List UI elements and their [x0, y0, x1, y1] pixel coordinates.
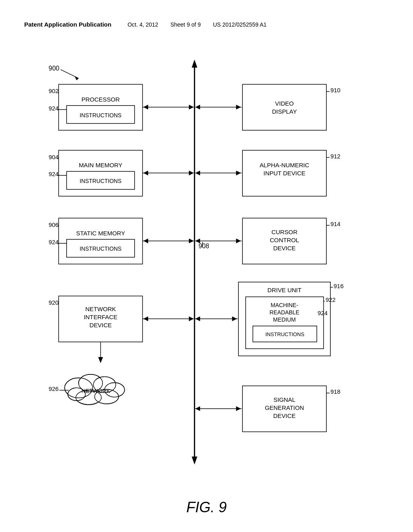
signal-generation-label2: GENERATION — [265, 405, 304, 411]
page-header: Patent Application Publication Oct. 4, 2… — [0, 21, 413, 28]
svg-marker-73 — [232, 316, 237, 321]
svg-marker-33 — [98, 357, 103, 363]
network-label: NETWORK — [81, 388, 111, 394]
label-924c: 924 — [49, 239, 59, 245]
label-912: 912 — [330, 153, 340, 160]
label-904: 904 — [49, 154, 59, 160]
label-918: 918 — [330, 389, 340, 395]
label-924d: 924 — [317, 310, 327, 316]
drive-unit-label: DRIVE UNIT — [267, 287, 301, 293]
svg-marker-59 — [236, 170, 241, 175]
label-916: 916 — [334, 283, 344, 289]
sheet-label: Sheet 9 of 9 — [170, 21, 201, 28]
svg-marker-63 — [195, 239, 200, 243]
machine-readable-label: MACHINE- — [271, 302, 298, 308]
cursor-control-label3: DEVICE — [273, 245, 296, 251]
label-910: 910 — [330, 87, 340, 94]
alpha-numeric-label2: INPUT DEVICE — [263, 170, 305, 177]
svg-marker-30 — [189, 316, 194, 321]
svg-marker-18 — [189, 170, 194, 175]
svg-marker-78 — [236, 406, 241, 411]
signal-generation-label3: DEVICE — [273, 413, 296, 419]
label-922: 922 — [325, 297, 336, 303]
svg-marker-54 — [236, 105, 241, 110]
svg-marker-64 — [236, 239, 241, 243]
svg-marker-72 — [195, 316, 200, 321]
static-memory-label: STATIC MEMORY — [76, 230, 125, 237]
svg-marker-26 — [143, 239, 148, 243]
svg-rect-50 — [242, 84, 326, 130]
drive-instructions-label: INSTRUCTIONS — [265, 331, 305, 337]
cursor-control-label: CURSOR — [271, 229, 298, 235]
svg-marker-11 — [189, 105, 194, 110]
svg-marker-53 — [195, 105, 200, 110]
main-memory-instructions-label: INSTRUCTIONS — [79, 178, 121, 184]
diagram-area: 900 908 PROCESSOR INSTRUCTIONS 902 924 — [24, 52, 389, 492]
label-920: 920 — [49, 299, 59, 306]
alpha-numeric-label: ALPHA-NUMERIC — [260, 162, 309, 168]
label-902: 902 — [49, 88, 59, 94]
svg-marker-12 — [143, 105, 148, 110]
label-926: 926 — [49, 386, 59, 392]
network-interface-label: NETWORK — [85, 306, 116, 312]
processor-instructions-label: INSTRUCTIONS — [79, 112, 121, 118]
svg-marker-1 — [75, 76, 79, 80]
video-display-label: VIDEO — [275, 100, 294, 107]
svg-marker-77 — [195, 406, 200, 411]
signal-generation-label: SIGNAL — [273, 397, 296, 403]
label-900: 900 — [49, 65, 60, 72]
svg-marker-4 — [192, 457, 197, 465]
patent-label: US 2012/0252559 A1 — [213, 21, 267, 28]
figure-label: FIG. 9 — [186, 499, 227, 516]
static-memory-instructions-label: INSTRUCTIONS — [79, 245, 121, 252]
processor-label: PROCESSOR — [81, 96, 120, 103]
label-908: 908 — [198, 243, 209, 249]
label-906: 906 — [49, 222, 59, 228]
main-memory-label: MAIN MEMORY — [79, 162, 122, 168]
svg-marker-31 — [143, 316, 148, 321]
svg-marker-25 — [189, 239, 194, 243]
svg-marker-19 — [143, 170, 148, 175]
svg-marker-58 — [195, 170, 200, 175]
label-914: 914 — [330, 221, 340, 227]
label-924b: 924 — [49, 171, 59, 177]
publication-label: Patent Application Publication — [24, 21, 111, 28]
label-924a: 924 — [49, 105, 59, 112]
network-interface-label3: DEVICE — [90, 322, 112, 328]
network-interface-label2: INTERFACE — [84, 314, 117, 320]
machine-readable-label2: READABLE — [269, 309, 299, 316]
cursor-control-label2: CONTROL — [270, 237, 299, 243]
svg-marker-3 — [192, 60, 197, 68]
date-label: Oct. 4, 2012 — [127, 21, 158, 28]
video-display-label2: DISPLAY — [272, 108, 297, 115]
machine-readable-label3: MEDIUM — [273, 316, 296, 323]
